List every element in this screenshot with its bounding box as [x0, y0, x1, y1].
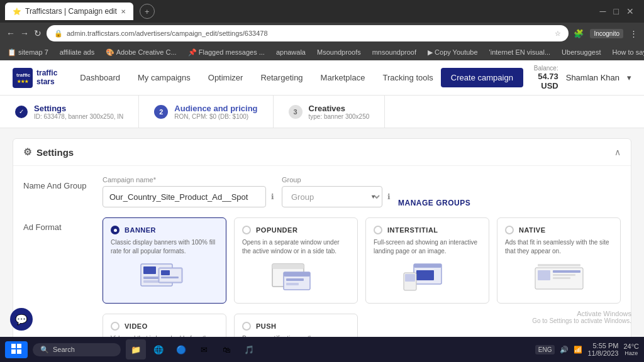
nav-dashboard[interactable]: Dashboard — [72, 68, 128, 87]
group-info-icon[interactable]: ℹ — [387, 192, 391, 201]
bookmarks-bar: 📋 sitemap 7 affiliate ads 🎨 Adobe Creati… — [0, 44, 644, 60]
taskbar-network-icon[interactable]: 📶 — [574, 346, 582, 354]
taskbar-spotify-icon[interactable]: 🎵 — [239, 339, 259, 359]
logo-icon: traffic ★★★ — [13, 68, 33, 88]
svg-rect-14 — [284, 272, 310, 277]
step1-sub: ID: 633478, banner 300x250, IN — [34, 113, 123, 120]
campaign-name-input[interactable] — [103, 186, 266, 207]
ad-format-label: Ad Format — [23, 217, 92, 232]
bookmark-sitemap[interactable]: 📋 sitemap 7 — [5, 47, 51, 58]
bookmark-flagged[interactable]: 📌 Flagged messages ... — [186, 47, 267, 58]
svg-rect-43 — [17, 349, 21, 354]
bookmark-copyyoutube[interactable]: ▶ Copy Youtube — [425, 47, 480, 58]
browser-tab[interactable]: ⭐ Trafficstars | Campaign edit ✕ — [5, 3, 133, 20]
steps-bar: ✓ Settings ID: 633478, banner 300x250, I… — [0, 96, 644, 128]
manage-groups-btn[interactable]: MANAGE GROUPS — [398, 194, 470, 207]
popunder-name: POPUNDER — [256, 226, 297, 234]
url-text: admin.trafficstars.com/advertisers/campa… — [67, 30, 551, 37]
tab-close-icon[interactable]: ✕ — [121, 8, 126, 15]
browser-actions: 🧩 Incognito ⋮ — [574, 29, 638, 38]
svg-rect-21 — [405, 274, 415, 282]
section-title: ⚙ Settings — [23, 146, 74, 158]
taskbar-search-text: Search — [53, 346, 75, 353]
ad-format-top-row: BANNER Classic display banners with 100%… — [103, 217, 621, 304]
group-select[interactable]: Group — [282, 186, 382, 207]
native-name: NATIVE — [519, 226, 546, 234]
native-desc: Ads that fit in seamlessly with the site… — [505, 238, 613, 256]
bookmark-apnawala[interactable]: apnawala — [274, 47, 308, 57]
interstitial-name: INTERSTITIAL — [387, 226, 438, 234]
format-card-banner[interactable]: BANNER Classic display banners with 100%… — [103, 217, 226, 304]
taskbar-files-icon[interactable]: 📁 — [126, 339, 146, 359]
name-group-label: Name And Group — [23, 176, 92, 190]
bookmark-msoundproofs[interactable]: Msoundproofs — [314, 47, 364, 57]
reload-btn[interactable]: ↻ — [34, 28, 42, 38]
forward-btn[interactable]: → — [20, 28, 29, 38]
step-settings[interactable]: ✓ Settings ID: 633478, banner 300x250, I… — [0, 96, 139, 128]
format-card-popunder[interactable]: POPUNDER Opens in a separate window unde… — [234, 217, 358, 304]
back-btn[interactable]: ← — [6, 28, 15, 38]
tab-title: Trafficstars | Campaign edit — [25, 7, 117, 16]
taskbar-volume-icon[interactable]: 🔊 — [560, 346, 569, 354]
svg-text:traffic: traffic — [16, 72, 31, 78]
interstitial-preview — [374, 261, 481, 295]
bookmark-ubersuggest[interactable]: Ubersuggest — [559, 47, 603, 57]
video-name: VIDEO — [125, 322, 148, 330]
campaign-name-label: Campaign name* — [103, 176, 274, 184]
svg-rect-27 — [538, 264, 580, 266]
nav-retargeting[interactable]: Retargeting — [253, 68, 310, 87]
nav-campaigns[interactable]: My campaigns — [130, 68, 198, 87]
bookmark-adobe[interactable]: 🎨 Adobe Creative C... — [103, 47, 179, 58]
step1-title: Settings — [34, 104, 123, 113]
svg-rect-24 — [553, 270, 580, 273]
svg-rect-15 — [286, 278, 304, 281]
svg-rect-10 — [161, 277, 179, 278]
address-bar[interactable]: 🔒 admin.trafficstars.com/advertisers/cam… — [47, 25, 569, 41]
gear-icon: ⚙ — [23, 146, 31, 158]
push-radio — [242, 322, 251, 331]
taskbar-date-display: 11/8/2023 — [587, 349, 618, 357]
svg-rect-4 — [143, 266, 156, 274]
nav-marketplace[interactable]: Marketplace — [313, 68, 373, 87]
nav-tracking[interactable]: Tracking tools — [375, 68, 440, 87]
user-name[interactable]: Shamlan Khan — [566, 73, 619, 82]
taskbar-chrome-icon[interactable]: 🔵 — [171, 339, 191, 359]
star-icon[interactable]: ☆ — [555, 30, 561, 38]
taskbar-store-icon[interactable]: 🛍 — [216, 339, 236, 359]
name-group-row: Name And Group Campaign name* ℹ Group — [23, 176, 621, 207]
taskbar-mail-icon[interactable]: ✉ — [194, 339, 214, 359]
bookmark-howto[interactable]: How to say no to gi... — [609, 47, 644, 57]
section-title-text: Settings — [36, 147, 74, 158]
svg-text:★★★: ★★★ — [17, 79, 29, 84]
minimize-btn[interactable]: ─ — [600, 6, 606, 16]
extensions-icon[interactable]: 🧩 — [574, 29, 584, 38]
new-tab-btn[interactable]: + — [140, 4, 155, 19]
taskbar-edge-icon[interactable]: 🌐 — [148, 339, 169, 359]
user-dropdown-icon[interactable]: ▾ — [627, 73, 631, 82]
maximize-btn[interactable]: □ — [614, 6, 619, 16]
name-info-icon[interactable]: ℹ — [271, 192, 274, 201]
taskbar-search[interactable]: 🔍 Search — [33, 343, 121, 356]
bookmark-internet[interactable]: 'internet EN visual... — [487, 47, 553, 57]
menu-icon[interactable]: ⋮ — [630, 29, 638, 38]
collapse-icon[interactable]: ∧ — [614, 147, 621, 157]
svg-rect-23 — [538, 270, 550, 280]
format-card-interstitial[interactable]: INTERSTITIAL Full-screen ad showing an i… — [365, 217, 489, 304]
native-radio — [505, 226, 514, 234]
create-campaign-btn[interactable]: Create campaign — [441, 68, 523, 87]
close-btn[interactable]: ✕ — [626, 6, 634, 16]
step-audience[interactable]: 2 Audience and pricing RON, CPM: $0 (DB:… — [139, 96, 273, 128]
svg-rect-42 — [11, 349, 16, 354]
bookmark-affiliate[interactable]: affiliate ads — [57, 47, 97, 57]
bookmark-mnsoundproof[interactable]: mnsoundproof — [370, 47, 419, 57]
popunder-radio — [242, 226, 251, 234]
format-card-native[interactable]: NATIVE Ads that fit in seamlessly with t… — [497, 217, 621, 304]
nav-optimizer[interactable]: Optimizer — [201, 68, 251, 87]
step-creatives[interactable]: 3 Creatives type: banner 300x250 — [274, 96, 386, 128]
start-btn[interactable] — [5, 341, 28, 358]
taskbar: 🔍 Search 📁 🌐 🔵 ✉ 🛍 🎵 ENG 🔊 📶 5:55 PM 11/… — [0, 337, 644, 362]
taskbar-time-display: 5:55 PM — [587, 342, 618, 349]
svg-rect-40 — [11, 344, 16, 348]
chat-bubble[interactable]: 💬 — [10, 308, 33, 331]
campaign-name-group: Campaign name* ℹ — [103, 176, 274, 207]
